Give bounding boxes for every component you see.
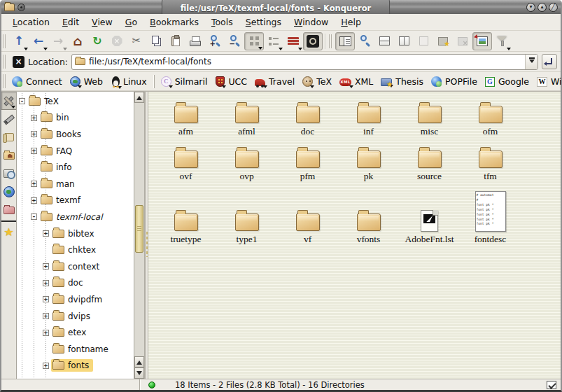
panel-splitter[interactable] (145, 92, 148, 379)
menu-item[interactable]: Window (288, 15, 334, 29)
navigation-panel-button[interactable] (335, 32, 355, 50)
print-button[interactable] (185, 32, 205, 50)
filter-button[interactable] (492, 32, 512, 50)
toolbar-grip[interactable] (3, 74, 6, 88)
file-item[interactable]: ovp (216, 139, 277, 183)
location-dropdown-button[interactable] (525, 55, 538, 69)
file-item[interactable]: type1 (216, 184, 277, 246)
bookmark-item[interactable]: TeX (300, 75, 337, 88)
scroll-up-button[interactable] (134, 92, 144, 103)
tree-row[interactable]: + context (17, 258, 134, 275)
tree-row[interactable]: - texmf-local (17, 209, 134, 225)
clear-location-button[interactable] (13, 56, 24, 68)
tree-expander[interactable]: + (43, 313, 49, 319)
bookmark-item[interactable]: POPFile (428, 75, 482, 88)
file-item[interactable]: AdobeFnt.lst (399, 184, 460, 246)
sidebar-tab-home-folder[interactable] (1, 146, 16, 164)
tree-expander[interactable]: + (31, 197, 37, 204)
tree-scrollbar[interactable] (134, 92, 144, 379)
bookmark-item[interactable]: Google (482, 75, 534, 88)
sidebar-tab-network[interactable] (1, 183, 16, 201)
menu-item[interactable]: Bookmarks (144, 15, 204, 29)
remove-view-button[interactable] (414, 32, 433, 50)
zoom-out-button[interactable] (225, 32, 244, 50)
tree-expander[interactable]: + (31, 115, 37, 121)
tree-expander[interactable]: + (43, 230, 49, 237)
title-bar[interactable]: file:/usr/TeX/texmf-local/fonts - Konque… (1, 0, 561, 14)
active-view-indicator-icon[interactable] (547, 381, 556, 389)
image-preview-button[interactable] (472, 32, 492, 50)
scrollbar-thumb[interactable] (135, 205, 143, 253)
tree-expander[interactable]: + (43, 296, 49, 302)
tree-row[interactable]: chktex (17, 241, 134, 258)
tree-expander[interactable]: + (43, 263, 49, 270)
menu-item[interactable]: Location (7, 15, 55, 29)
sidebar-tab-services[interactable] (1, 164, 16, 183)
tree-expander[interactable]: + (31, 131, 37, 137)
scroll-down-button[interactable] (134, 368, 144, 379)
file-item[interactable]: misc (399, 94, 460, 138)
bookmark-item[interactable]: Travel (252, 75, 300, 88)
go-button[interactable] (542, 54, 557, 69)
file-item[interactable]: ofm (460, 94, 521, 138)
toolbar-grip[interactable] (329, 34, 332, 48)
tree-expander[interactable]: - (31, 214, 37, 220)
file-item[interactable]: ovf (155, 139, 216, 183)
reload-button[interactable]: ↻ (87, 32, 107, 50)
tree-expander[interactable]: - (19, 98, 25, 104)
zoom-in-button[interactable] (205, 32, 225, 50)
file-item[interactable]: source (399, 139, 460, 183)
file-item[interactable]: afm (155, 94, 216, 138)
tree-row[interactable]: + bin (17, 110, 134, 127)
menu-item[interactable]: Tools (206, 15, 239, 29)
bookmark-item[interactable]: UCC (212, 75, 252, 88)
tree-expander[interactable]: + (43, 280, 49, 286)
bookmark-item[interactable]: Linux (108, 75, 152, 88)
tree-row[interactable]: + bibtex (17, 225, 134, 242)
tree-row[interactable]: - TeX (17, 93, 134, 110)
tree-row[interactable]: + dvips (17, 308, 134, 325)
tree-row[interactable]: + man (17, 176, 134, 192)
tree-expander[interactable]: + (43, 330, 49, 336)
tree-row[interactable]: + fonts (17, 358, 134, 374)
bookmark-item[interactable]: Connect (9, 75, 67, 88)
split-top-bottom-button[interactable] (374, 32, 394, 50)
window-pin-button[interactable] (17, 4, 25, 11)
tree-row[interactable]: + FAQ (17, 143, 134, 160)
scroll-up-button[interactable] (134, 356, 144, 368)
file-item[interactable]: inf (338, 94, 399, 138)
tree-expander[interactable]: + (31, 148, 37, 154)
file-item[interactable]: tfm (460, 139, 521, 183)
back-button[interactable]: ← (29, 32, 48, 50)
menu-item[interactable]: Go (120, 15, 143, 29)
tree-row[interactable]: + Books (17, 126, 134, 143)
duplicate-view-button[interactable] (433, 32, 453, 50)
file-item[interactable]: doc (277, 94, 338, 138)
up-button[interactable]: ↑ (9, 32, 29, 50)
toolbar-grip[interactable] (3, 34, 6, 48)
stop-button[interactable]: × (107, 32, 127, 50)
bookmark-item[interactable]: XML (337, 75, 378, 88)
file-item[interactable]: vfonts (338, 184, 399, 246)
detail-view-button[interactable] (283, 32, 303, 50)
home-button[interactable]: ⌂ (68, 32, 87, 50)
tree-row[interactable]: info (17, 159, 134, 176)
split-left-right-button[interactable] (394, 32, 414, 50)
forward-button[interactable]: → (48, 32, 68, 50)
copy-button[interactable] (146, 32, 166, 50)
file-item[interactable]: truetype (155, 184, 216, 246)
menu-item[interactable]: Settings (240, 15, 287, 29)
file-item[interactable]: afml (216, 94, 277, 138)
icon-view-button[interactable] (244, 32, 264, 50)
close-view-button[interactable] (453, 32, 472, 50)
menu-item[interactable]: View (86, 15, 118, 29)
menu-item[interactable]: Edit (57, 15, 85, 29)
sidebar-tab-history[interactable] (1, 128, 16, 146)
bookmark-item[interactable]: Silmaril (154, 75, 213, 88)
file-item[interactable]: pfm (277, 139, 338, 183)
minimize-button[interactable] (526, 3, 535, 12)
bookmark-item[interactable]: Thesis (378, 75, 428, 88)
file-item[interactable]: pk (338, 139, 399, 183)
location-combobox[interactable]: file:/usr/TeX/texmf-local/fonts (71, 54, 538, 70)
maximize-button[interactable] (538, 3, 547, 12)
